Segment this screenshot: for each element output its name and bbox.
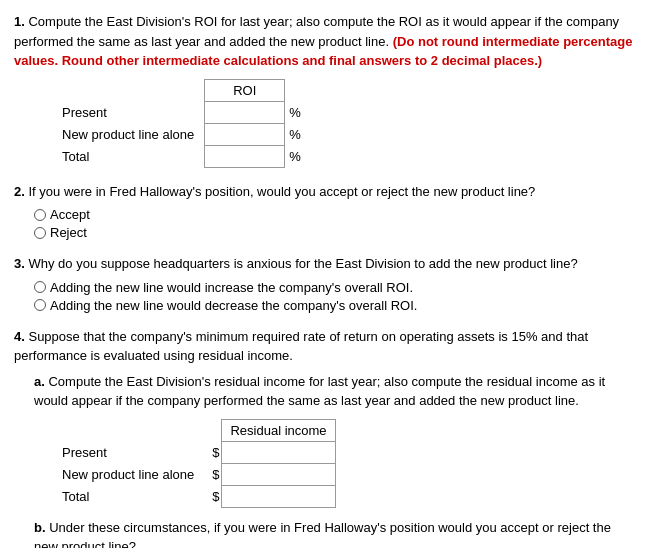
q2-text: 2. If you were in Fred Halloway's positi…: [14, 182, 638, 202]
q3-option2-label: Adding the new line would decrease the c…: [50, 298, 417, 313]
q4a-row1-input[interactable]: [222, 441, 335, 463]
q4a-table: Residual income Present $ New product li…: [54, 419, 336, 508]
radio-icon[interactable]: [34, 281, 46, 293]
q4a-row3-dollar: $: [204, 485, 222, 507]
radio-icon[interactable]: [34, 227, 46, 239]
q4a-text: a. Compute the East Division's residual …: [34, 372, 638, 411]
question-2: 2. If you were in Fred Halloway's positi…: [14, 182, 638, 241]
q1-row1-unit: %: [285, 101, 309, 123]
radio-icon[interactable]: [34, 209, 46, 221]
q3-option-1[interactable]: Adding the new line would increase the c…: [34, 280, 638, 295]
table-row: Present $: [54, 441, 335, 463]
q4a-body: Compute the East Division's residual inc…: [34, 374, 605, 409]
q1-table: ROI Present % New product line alone % T…: [54, 79, 309, 168]
q1-row2-unit: %: [285, 123, 309, 145]
q1-row3-input[interactable]: [205, 145, 285, 167]
q2-option-accept[interactable]: Accept: [34, 207, 638, 222]
q4-text: 4. Suppose that the company's minimum re…: [14, 327, 638, 366]
q3-text: 3. Why do you suppose headquarters is an…: [14, 254, 638, 274]
question-1: 1. Compute the East Division's ROI for l…: [14, 12, 638, 168]
q4a-row3-input[interactable]: [222, 485, 335, 507]
q4b-body: Under these circumstances, if you were i…: [34, 520, 611, 549]
q4a-table-header: Residual income: [222, 419, 335, 441]
q2-number: 2.: [14, 184, 25, 199]
q4a-label: a.: [34, 374, 45, 389]
table-row: New product line alone %: [54, 123, 309, 145]
q1-row2-input[interactable]: [205, 123, 285, 145]
table-row: Present %: [54, 101, 309, 123]
q4a: a. Compute the East Division's residual …: [34, 372, 638, 508]
q4a-row2-input[interactable]: [222, 463, 335, 485]
table-row: Total $: [54, 485, 335, 507]
q2-option-reject[interactable]: Reject: [34, 225, 638, 240]
q4b-label: b.: [34, 520, 46, 535]
question-3: 3. Why do you suppose headquarters is an…: [14, 254, 638, 313]
q1-row3-label: Total: [54, 145, 205, 167]
q4b: b. Under these circumstances, if you wer…: [34, 518, 638, 549]
q1-row1-label: Present: [54, 101, 205, 123]
q1-row1-input[interactable]: [205, 101, 285, 123]
q4-number: 4.: [14, 329, 25, 344]
q4a-row2-label: New product line alone: [54, 463, 204, 485]
q1-row2-label: New product line alone: [54, 123, 205, 145]
q4a-row1-label: Present: [54, 441, 204, 463]
q4-body: Suppose that the company's minimum requi…: [14, 329, 588, 364]
q3-option-2[interactable]: Adding the new line would decrease the c…: [34, 298, 638, 313]
question-4: 4. Suppose that the company's minimum re…: [14, 327, 638, 549]
q4a-row1-dollar: $: [204, 441, 222, 463]
q3-option1-label: Adding the new line would increase the c…: [50, 280, 413, 295]
q1-table-header: ROI: [205, 79, 285, 101]
radio-icon[interactable]: [34, 299, 46, 311]
q4b-text: b. Under these circumstances, if you wer…: [34, 518, 638, 549]
table-row: Total %: [54, 145, 309, 167]
q1-text: 1. Compute the East Division's ROI for l…: [14, 12, 638, 71]
table-row: New product line alone $: [54, 463, 335, 485]
q4a-row3-label: Total: [54, 485, 204, 507]
q3-number: 3.: [14, 256, 25, 271]
q2-body: If you were in Fred Halloway's position,…: [28, 184, 535, 199]
q1-row3-unit: %: [285, 145, 309, 167]
q3-body: Why do you suppose headquarters is anxio…: [28, 256, 577, 271]
q2-reject-label: Reject: [50, 225, 87, 240]
q1-number: 1.: [14, 14, 25, 29]
q2-accept-label: Accept: [50, 207, 90, 222]
q2-options: Accept Reject: [34, 207, 638, 240]
q3-options: Adding the new line would increase the c…: [34, 280, 638, 313]
q4a-row2-dollar: $: [204, 463, 222, 485]
